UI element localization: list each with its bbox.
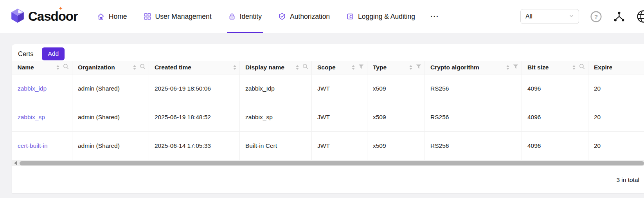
sort-icon[interactable] — [296, 65, 299, 70]
cell-crypto-algorithm: RS256 — [425, 74, 522, 103]
casdoor-logo[interactable]: Casdoor ✦ — [10, 8, 78, 25]
cell-name: cert-built-in — [12, 131, 72, 160]
filter-icon[interactable] — [416, 64, 421, 71]
cell-type: x509 — [367, 103, 425, 131]
search-icon[interactable] — [140, 64, 146, 71]
nav-item-authorization[interactable]: Authorization — [270, 0, 338, 33]
cell-name: zabbix_sp — [12, 103, 72, 131]
cell-crypto-algorithm: RS256 — [425, 131, 522, 160]
page-title: Certs — [18, 50, 33, 58]
nav-label: Identity — [240, 13, 262, 21]
cell-display-name: zabbix_sp — [240, 103, 312, 131]
shield-check-icon — [278, 13, 286, 20]
cell-expire: 20 — [588, 103, 644, 131]
nav-label: Authorization — [290, 13, 330, 21]
certs-table-viewport: Name Organization Created time — [12, 61, 644, 166]
organization-select-value: All — [525, 13, 569, 20]
table-row: zabbix_sp admin (Shared) 2025-06-19 18:4… — [12, 103, 644, 131]
cell-organization: admin (Shared) — [72, 103, 149, 131]
column-header-name[interactable]: Name — [12, 61, 72, 74]
svg-text:?: ? — [594, 13, 598, 20]
nav-item-user-management[interactable]: User Management — [135, 0, 220, 33]
filter-icon[interactable] — [513, 64, 518, 71]
cell-organization: admin (Shared) — [72, 74, 149, 103]
nav-more-button[interactable]: ··· — [423, 0, 446, 33]
column-header-bit-size[interactable]: Bit size — [522, 61, 588, 74]
content-background: Certs Add Name — [0, 33, 644, 198]
cell-created-time: 2025-06-14 17:05:33 — [149, 131, 240, 160]
cell-organization: admin (Shared) — [72, 131, 149, 160]
cell-bit-size: 4096 — [522, 103, 588, 131]
sort-icon[interactable] — [572, 65, 576, 70]
column-header-display-name[interactable]: Display name — [240, 61, 312, 74]
cell-crypto-algorithm: RS256 — [425, 103, 522, 131]
nav-label: Home — [109, 13, 127, 21]
nav-item-logging-auditing[interactable]: Logging & Auditing — [338, 0, 423, 33]
cell-type: x509 — [367, 74, 425, 103]
navbar-right-controls: All ? — [520, 9, 644, 24]
horizontal-scrollbar[interactable] — [12, 160, 644, 166]
grid-icon — [144, 13, 151, 20]
nav-item-identity[interactable]: Identity — [220, 0, 270, 33]
casdoor-cube-logo-icon — [10, 8, 25, 25]
cell-name: zabbix_idp — [12, 74, 72, 103]
cell-scope: JWT — [312, 103, 367, 131]
audit-log-icon — [346, 13, 354, 20]
sitemap-icon[interactable] — [613, 11, 625, 23]
cell-created-time: 2025-06-19 18:48:52 — [149, 103, 240, 131]
cert-link[interactable]: zabbix_idp — [18, 85, 47, 92]
column-header-created-time[interactable]: Created time — [149, 61, 240, 74]
nav-label: User Management — [155, 13, 212, 21]
chevron-down-icon — [569, 13, 574, 20]
cell-expire: 20 — [588, 74, 644, 103]
table-row: cert-built-in admin (Shared) 2025-06-14 … — [12, 131, 644, 160]
cert-link[interactable]: cert-built-in — [18, 142, 48, 149]
table-header-row: Name Organization Created time — [12, 61, 644, 74]
search-icon[interactable] — [579, 64, 585, 71]
column-header-type[interactable]: Type — [367, 61, 425, 74]
certs-card: Certs Add Name — [12, 44, 644, 193]
sort-icon[interactable] — [409, 65, 412, 70]
main-nav: Home User Management Identity — [89, 0, 446, 33]
table-row: zabbix_idp admin (Shared) 2025-06-19 18:… — [12, 74, 644, 103]
globe-icon[interactable] — [636, 9, 644, 24]
sort-icon[interactable] — [56, 65, 59, 70]
sort-icon[interactable] — [352, 65, 355, 70]
sort-icon[interactable] — [233, 65, 236, 70]
help-circle-icon[interactable]: ? — [590, 11, 602, 23]
nav-item-home[interactable]: Home — [89, 0, 135, 33]
filter-icon[interactable] — [358, 64, 364, 71]
search-icon[interactable] — [63, 64, 69, 71]
cell-bit-size: 4096 — [522, 131, 588, 160]
lock-icon — [228, 13, 236, 20]
star-icon: ✦ — [58, 5, 63, 11]
cell-bit-size: 4096 — [522, 74, 588, 103]
cell-display-name: zabbix_Idp — [240, 74, 312, 103]
add-cert-button[interactable]: Add — [42, 47, 65, 60]
pagination-total: 3 in total — [12, 166, 644, 183]
column-header-expire[interactable]: Expire — [588, 61, 644, 74]
column-header-crypto-algorithm[interactable]: Crypto algorithm — [425, 61, 522, 74]
home-icon — [97, 13, 105, 20]
certs-toolbar: Certs Add — [12, 44, 644, 61]
column-header-organization[interactable]: Organization — [72, 61, 149, 74]
scrollbar-thumb[interactable] — [20, 161, 644, 165]
sort-icon[interactable] — [133, 65, 136, 70]
certs-table: Name Organization Created time — [12, 61, 644, 160]
organization-select[interactable]: All — [520, 9, 579, 24]
nav-label: Logging & Auditing — [358, 13, 415, 21]
scroll-left-arrow-icon[interactable] — [14, 161, 17, 165]
cell-created-time: 2025-06-19 18:50:06 — [149, 74, 240, 103]
cell-scope: JWT — [312, 131, 367, 160]
sort-icon[interactable] — [506, 65, 509, 70]
top-navbar: Casdoor ✦ Home User Management — [0, 0, 644, 33]
cell-expire: 20 — [588, 131, 644, 160]
cell-display-name: Built-in Cert — [240, 131, 312, 160]
cell-scope: JWT — [312, 74, 367, 103]
cert-link[interactable]: zabbix_sp — [18, 114, 45, 120]
cell-type: x509 — [367, 131, 425, 160]
column-header-scope[interactable]: Scope — [312, 61, 367, 74]
search-icon[interactable] — [302, 64, 308, 71]
brand-name: Casdoor — [28, 9, 78, 24]
